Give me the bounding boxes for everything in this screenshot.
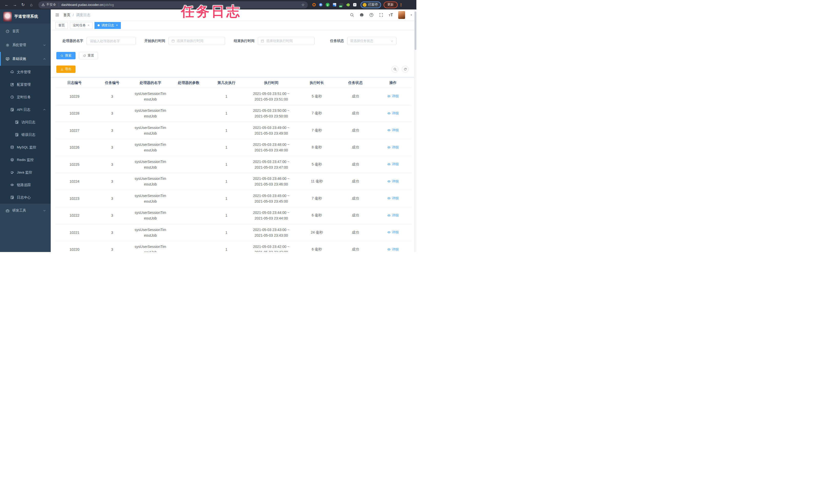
sidebar-collapse-icon[interactable]	[55, 13, 60, 17]
scrollbar-thumb[interactable]	[414, 11, 416, 50]
handler-name-cell: sysUserSessionTimeoutJob	[131, 176, 170, 187]
sidebar-item-home[interactable]: 首页	[0, 24, 51, 38]
eye-detail-icon	[387, 180, 391, 183]
browser-reload-icon[interactable]: ↻	[20, 2, 26, 7]
handler-name-cell: sysUserSessionTimeoutJob	[131, 210, 170, 221]
extension-switch-icon[interactable]: on	[339, 3, 343, 6]
extension-pin-icon[interactable]	[319, 3, 323, 6]
search-icon[interactable]	[350, 13, 354, 17]
show-search-icon[interactable]	[391, 66, 399, 73]
execute-time-cell: 2021-05-03 23:51:00 ~2021-05-03 23:51:00	[245, 91, 297, 102]
extension-ring-icon[interactable]	[312, 3, 316, 6]
github-icon[interactable]	[359, 13, 364, 17]
app-logo[interactable]: 芋道管理系统	[0, 9, 51, 24]
detail-link[interactable]: 详细	[387, 94, 399, 99]
refresh-table-icon[interactable]	[402, 66, 409, 73]
detail-link[interactable]: 详细	[387, 179, 399, 184]
breadcrumb-home[interactable]: 首页	[63, 13, 70, 18]
detail-link[interactable]: 详细	[387, 213, 399, 218]
sidebar-item-cron[interactable]: 定时任务	[0, 91, 51, 103]
sidebar-item-api-log[interactable]: API 日志	[0, 103, 51, 116]
action-cell: 详细	[374, 196, 411, 201]
sidebar-item-mysql[interactable]: MySQL 监控	[0, 141, 51, 153]
sidebar-item-config[interactable]: 配置管理	[0, 78, 51, 91]
detail-link[interactable]: 详细	[387, 128, 399, 132]
begin-time-input[interactable]: 选择开始执行时间	[168, 37, 225, 45]
eye-detail-icon	[387, 128, 391, 132]
extension-grid-icon[interactable]	[333, 3, 336, 6]
status-cell: 成功	[336, 128, 375, 133]
detail-link[interactable]: 详细	[387, 196, 399, 201]
browser-back-icon[interactable]: ←	[4, 3, 10, 7]
sidebar-item-error-log[interactable]: 错误日志	[0, 128, 51, 141]
end-time-input[interactable]: 选择结束执行时间	[258, 37, 314, 45]
page-scrollbar[interactable]	[414, 9, 416, 252]
reset-button[interactable]: 重置	[79, 52, 98, 59]
detail-link-label: 详细	[392, 145, 399, 150]
sidebar-item-redis[interactable]: Redis 监控	[0, 153, 51, 166]
sidebar-item-system[interactable]: 系统管理	[0, 38, 51, 52]
detail-link-label: 详细	[392, 213, 399, 218]
detail-link[interactable]: 详细	[387, 230, 399, 234]
action-cell: 详细	[374, 128, 411, 133]
browser-forward-icon[interactable]: →	[12, 3, 18, 7]
handler-name-line: eoutJob	[131, 165, 170, 170]
sidebar-item-file[interactable]: 文件管理	[0, 66, 51, 78]
handler-name-input[interactable]	[87, 37, 136, 45]
execute-time-line: 2021-05-03 23:49:00	[245, 130, 297, 136]
browser-update-button[interactable]: 更新	[384, 2, 398, 8]
tab-job-log[interactable]: 调度日志×	[95, 22, 121, 29]
sidebar-item-label: 研发工具	[12, 208, 26, 213]
sidebar-item-trace[interactable]: 链路追踪	[0, 179, 51, 191]
url-path: /job/log	[103, 3, 114, 7]
detail-link-label: 详细	[392, 162, 399, 167]
handler-name-line: eoutJob	[131, 181, 170, 187]
job-log-table: 日志编号任务编号处理器的名字处理器的参数第几次执行执行时间执行时长任务状态操作 …	[55, 78, 411, 252]
export-button[interactable]: 导出	[56, 66, 75, 73]
search-button[interactable]: 搜索	[56, 52, 75, 59]
avatar-caret-down-icon[interactable]: ▾	[410, 13, 412, 17]
detail-link[interactable]: 详细	[387, 247, 399, 252]
chevron-down-icon	[43, 44, 46, 47]
sidebar-item-dev-tools[interactable]: 研发工具	[0, 204, 51, 218]
help-icon[interactable]	[369, 13, 374, 17]
fullscreen-icon[interactable]	[379, 13, 383, 17]
url-bar[interactable]: 不安全 dashboard.yudao.iocoder.cn /job/log …	[39, 1, 308, 8]
table-body: 102293sysUserSessionTimeoutJob12021-05-0…	[55, 88, 411, 252]
browser-home-icon[interactable]: ⌂	[28, 3, 34, 7]
close-icon[interactable]: ×	[88, 24, 89, 27]
eye-detail-icon	[387, 111, 391, 115]
sidebar-item-log-center[interactable]: 日志中心	[0, 191, 51, 204]
extensions-puzzle-icon[interactable]	[353, 3, 356, 6]
sidebar-item-java[interactable]: Java 监控	[0, 166, 51, 179]
edit-icon	[10, 83, 14, 86]
column-header: 第几次执行	[208, 81, 245, 85]
job-status-select[interactable]: 请选择任务状态	[347, 37, 397, 45]
eye-detail-icon	[387, 197, 391, 200]
handler-name-cell: sysUserSessionTimeoutJob	[131, 142, 170, 153]
eye-icon	[10, 183, 14, 187]
execute-time-line: 2021-05-03 23:50:00	[245, 114, 297, 119]
duration-cell: 5 毫秒	[297, 162, 336, 167]
detail-link-label: 详细	[392, 196, 399, 201]
job-id-cell: 3	[93, 213, 131, 218]
sidebar-item-access-log[interactable]: 访问日志	[0, 116, 51, 128]
tab-cron[interactable]: 定时任务×	[70, 22, 92, 29]
status-cell: 成功	[336, 162, 375, 167]
bookmark-star-icon[interactable]: ☆	[302, 3, 305, 7]
detail-link[interactable]: 详细	[387, 145, 399, 150]
close-icon[interactable]: ×	[116, 24, 118, 27]
extension-y-icon[interactable]: y	[326, 3, 330, 7]
user-avatar[interactable]	[398, 11, 405, 19]
tab-home[interactable]: 首页	[55, 22, 68, 29]
detail-link[interactable]: 详细	[387, 111, 399, 116]
browser-menu-icon[interactable]: ⋮	[399, 3, 403, 7]
extension-leaf-icon[interactable]	[346, 3, 351, 7]
status-cell: 成功	[336, 213, 375, 218]
handler-name-line: sysUserSessionTim	[131, 142, 170, 147]
upload-cloud-icon	[10, 70, 14, 74]
detail-link[interactable]: 详细	[387, 162, 399, 167]
sidebar-item-infra[interactable]: 基础设施	[0, 52, 51, 66]
text-size-icon[interactable]: TT	[389, 13, 393, 17]
profile-paused-badge[interactable]: 已暂停	[360, 2, 381, 8]
